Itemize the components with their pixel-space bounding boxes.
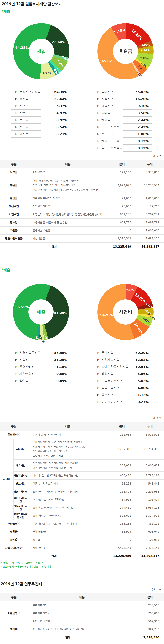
table-cell: 71,000 [108, 194, 136, 202]
table-cell: 기빙플러스 사업, 장애인활동지원사업, 발달장애인주간활동서비스 [28, 210, 108, 218]
legend-value: 41.29% [54, 358, 67, 362]
table-cell: 261,875 [108, 488, 136, 496]
legend-item: 자원개발사업12.02% [93, 356, 152, 363]
legend-dot-icon [97, 91, 99, 93]
legend-value: 3.50% [137, 111, 149, 115]
table-cell: 기관운영비 [0, 601, 28, 626]
legend-item: 국내사업65.02% [93, 88, 152, 95]
table-cell: 디아코니아사업 [13, 496, 28, 504]
legend-dot-icon [97, 133, 99, 135]
table-cell: 다른회계로부터의 전입금 [28, 194, 108, 202]
table-cell: 992,740 [136, 626, 164, 634]
column-header: 금액 [136, 593, 164, 601]
legend-label: 자원개발사업 [101, 358, 119, 362]
column-header: 구분 [0, 422, 28, 431]
expenditure-table: 구분내용금액누계운영관리비인건비 등 재단운영관리비156,6851,515,5… [0, 422, 164, 560]
table-cell: 유관기관경조사비 [28, 610, 136, 618]
table-cell: 금융기관 차입금 [28, 226, 108, 234]
legend-label: 해외사업 [101, 104, 113, 108]
table-cell: 상환금 [0, 528, 28, 536]
slice-label-4: 56.55% [15, 305, 29, 309]
table-cell: 5,000,657 [136, 460, 164, 472]
legend-dot-icon [97, 147, 99, 149]
table-cell: 장애인활동지원사업 [13, 512, 28, 520]
table-cell: 13,225,689 [108, 552, 136, 560]
table-cell: 105,474 [136, 496, 164, 504]
legend-item: 후원금22.64% [11, 95, 71, 102]
donut-center-label: 사업비 [97, 284, 154, 340]
legend-item: 재산조성비0.89% [11, 370, 71, 377]
table-cell: 1,018,000 [136, 194, 164, 202]
legend-item: 해외사업5.66% [93, 370, 152, 377]
table-cell: 1,937,193 [136, 504, 164, 512]
column-header: 금액 [108, 160, 136, 168]
legend-dot-icon [15, 366, 17, 368]
legend-label: 경영기획사업 [101, 386, 119, 390]
table-row: 장애인활동지원사업장애인활동지원서비스 제공595,6216,324,576 [0, 512, 164, 520]
legend-value: 0.54% [56, 125, 67, 129]
table-cell: 103,013 [136, 536, 164, 544]
table-cell: 567,310 [136, 618, 164, 626]
unit-label-revenue: (단위 : 천원) [150, 154, 162, 158]
table-cell: 11,994 [108, 528, 136, 536]
table-cell: 조직관리, 기획사업, 전산개발, 사회적경제 [28, 488, 108, 496]
legend-label: 해외결연 [101, 118, 113, 122]
slice-label-1: 1.08% [141, 44, 150, 46]
legend-item: 결연아동선물금0.12% [93, 144, 152, 152]
table-cell: 후원금 [0, 176, 28, 194]
legend-dot-icon [97, 366, 99, 368]
table-row: 보조금기타보조금122,100970,810 [0, 168, 164, 176]
legend-value: 0.21% [56, 132, 67, 136]
legend-value: 16.20% [135, 97, 149, 101]
legend-value: 5.02% [137, 379, 149, 383]
legend-label: 디아코니아사업 [101, 400, 122, 404]
table-cell: 2,994,028 [108, 176, 136, 194]
expenditure-donut: 세출41.29%1.18%0.89%0.09%56.55% [13, 284, 69, 340]
legend-label: 결연아동선물금 [101, 146, 122, 150]
table-cell: 1,000,000 [136, 226, 164, 234]
table-cell: 합계 [0, 552, 108, 560]
footnote-asterisk: * [46, 530, 48, 533]
column-header: 누계 [136, 422, 164, 431]
legend-item: 운영관리비1.18% [11, 363, 71, 370]
table-cell: 856,116 [136, 520, 164, 528]
legend-value: 2.44% [137, 118, 149, 122]
table-row: 디아코니아사업연구사업, 교육사업, MDK사업14,913105,474 [0, 496, 164, 504]
column-header: 구분 [0, 593, 28, 601]
table-cell: 기타(법인운영비) [28, 618, 136, 626]
legend-dot-icon [97, 105, 99, 107]
legend-item: 해외결연2.44% [93, 116, 152, 124]
legend-label: 전입금 [20, 125, 29, 129]
table-cell: 28,223,534 [136, 176, 164, 194]
table-cell: 1,515,513 [136, 431, 164, 439]
table-cell: 잡지출 [28, 536, 108, 544]
slice-label-2: 2.44% [141, 49, 149, 52]
table-row: 사업수입기빙플러스 사업, 장애인활동지원사업, 발달장애인주간활동서비스842… [0, 210, 164, 218]
legend-value: 1.08% [137, 132, 149, 136]
table-cell: 118,133 [108, 520, 136, 528]
table-cell: 274,460 [108, 504, 136, 512]
legend-dot-icon [15, 126, 17, 128]
legend-label: 장애인활동지원사업 [101, 365, 128, 369]
legend-item: 기빙플러스사업5.02% [93, 377, 152, 384]
table-row: 잡수입고용지원금, 예금이자 등 잡수입657,7367,097,782 [0, 218, 164, 226]
table-cell: 61,158 [108, 480, 136, 488]
legend-label: 국내결연 [101, 111, 113, 115]
legend-dot-icon [97, 380, 99, 382]
legend-label: 국내사업 [101, 350, 113, 355]
legend-label: 지정사업 [101, 97, 113, 101]
legend-item: 디아코니아사업0.27% [93, 398, 152, 405]
footnote-adjustment: * 결산조정에 따라 공시내용이 수정될 수 있습니다. [1, 565, 52, 568]
table-cell: 258,500 [136, 601, 164, 610]
project-expense-donut: 사업비5.66%12.02%1.12%4.80%0.27%5.02%10.91%… [97, 284, 154, 340]
legend-dot-icon [15, 373, 17, 375]
table-cell: 국내사업 [13, 439, 28, 460]
table-cell: 8,510,569 [108, 234, 136, 242]
table-cell: 장애인 등 취약계층 사회적일자리 제공 [28, 504, 108, 512]
table-cell: 사업수입 [0, 210, 28, 218]
legend-item: 국내사업60.20% [93, 349, 152, 356]
legend-dot-icon [97, 98, 99, 100]
legend-label: 기빙플러스사업 [101, 379, 122, 383]
revenue-table: 구분내용금액누계보조금기타보조금122,100970,810후원금국내(장애아동… [0, 160, 164, 251]
legend-label: 보조금 [20, 118, 29, 122]
